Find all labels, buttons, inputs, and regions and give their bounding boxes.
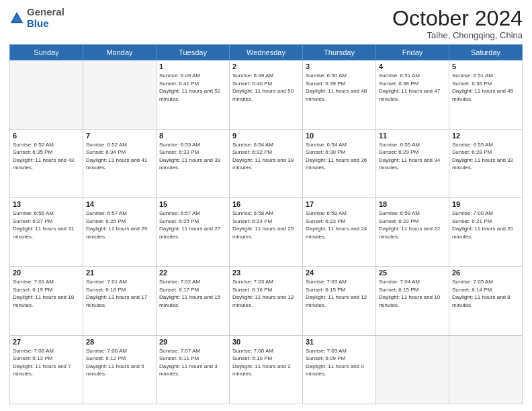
calendar-table: SundayMondayTuesdayWednesdayThursdayFrid… <box>9 44 523 404</box>
day-info: Sunrise: 6:54 AM Sunset: 6:30 PM Dayligh… <box>306 141 373 172</box>
day-cell: 29Sunrise: 7:07 AM Sunset: 6:11 PM Dayli… <box>157 335 230 404</box>
day-info: Sunrise: 7:03 AM Sunset: 6:16 PM Dayligh… <box>232 278 300 309</box>
day-info: Sunrise: 6:56 AM Sunset: 6:27 PM Dayligh… <box>13 210 80 240</box>
day-number: 5 <box>452 62 519 71</box>
day-number: 28 <box>86 338 153 346</box>
day-info: Sunrise: 6:55 AM Sunset: 6:28 PM Dayligh… <box>452 141 519 172</box>
day-info: Sunrise: 7:06 AM Sunset: 6:13 PM Dayligh… <box>13 347 80 378</box>
day-number: 2 <box>232 62 300 71</box>
day-cell: 17Sunrise: 6:59 AM Sunset: 6:23 PM Dayli… <box>303 197 376 266</box>
day-number: 20 <box>13 269 80 277</box>
day-number: 9 <box>232 132 300 140</box>
day-number: 21 <box>86 269 153 277</box>
day-number: 3 <box>306 62 373 71</box>
week-row-2: 6Sunrise: 6:52 AM Sunset: 6:35 PM Daylig… <box>10 129 523 197</box>
day-cell: 2Sunrise: 6:49 AM Sunset: 6:40 PM Daylig… <box>230 60 303 129</box>
day-info: Sunrise: 6:54 AM Sunset: 6:32 PM Dayligh… <box>232 141 300 172</box>
day-number: 10 <box>306 132 373 140</box>
day-info: Sunrise: 7:01 AM Sunset: 6:19 PM Dayligh… <box>13 278 80 309</box>
day-cell: 16Sunrise: 6:58 AM Sunset: 6:24 PM Dayli… <box>230 197 303 266</box>
day-number: 12 <box>452 132 519 140</box>
day-info: Sunrise: 7:00 AM Sunset: 6:21 PM Dayligh… <box>452 210 519 240</box>
title-block: October 2024 Taihe, Chongqing, China <box>392 7 523 40</box>
weekday-header-tuesday: Tuesday <box>157 45 230 60</box>
day-number: 24 <box>306 269 373 277</box>
day-cell: 11Sunrise: 6:55 AM Sunset: 6:29 PM Dayli… <box>376 129 449 197</box>
weekday-header-saturday: Saturday <box>449 45 523 60</box>
day-cell: 5Sunrise: 6:51 AM Sunset: 6:36 PM Daylig… <box>449 60 523 129</box>
weekday-header-monday: Monday <box>83 45 157 60</box>
day-number: 31 <box>306 338 373 346</box>
month-title: October 2024 <box>392 7 523 30</box>
day-info: Sunrise: 6:59 AM Sunset: 6:22 PM Dayligh… <box>379 210 446 240</box>
week-row-1: 1Sunrise: 6:49 AM Sunset: 6:41 PM Daylig… <box>10 60 523 129</box>
logo-icon <box>9 11 24 26</box>
day-number: 30 <box>232 338 300 346</box>
day-info: Sunrise: 6:55 AM Sunset: 6:29 PM Dayligh… <box>379 141 446 172</box>
day-info: Sunrise: 7:02 AM Sunset: 6:17 PM Dayligh… <box>159 278 226 309</box>
day-cell: 4Sunrise: 6:51 AM Sunset: 6:38 PM Daylig… <box>376 60 449 129</box>
day-number: 17 <box>306 200 373 208</box>
logo: General Blue <box>9 7 64 29</box>
day-cell <box>10 60 83 129</box>
day-number: 18 <box>379 200 446 208</box>
day-cell: 27Sunrise: 7:06 AM Sunset: 6:13 PM Dayli… <box>10 335 83 404</box>
day-cell: 19Sunrise: 7:00 AM Sunset: 6:21 PM Dayli… <box>449 197 523 266</box>
day-cell: 10Sunrise: 6:54 AM Sunset: 6:30 PM Dayli… <box>303 129 376 197</box>
day-number: 16 <box>232 200 300 208</box>
day-cell: 23Sunrise: 7:03 AM Sunset: 6:16 PM Dayli… <box>230 267 303 335</box>
day-info: Sunrise: 6:52 AM Sunset: 6:34 PM Dayligh… <box>86 141 153 172</box>
day-number: 23 <box>232 269 300 277</box>
day-number: 25 <box>379 269 446 277</box>
day-cell: 15Sunrise: 6:57 AM Sunset: 6:25 PM Dayli… <box>157 197 230 266</box>
day-number: 22 <box>159 269 226 277</box>
day-cell <box>449 335 523 404</box>
day-number: 6 <box>13 132 80 140</box>
day-cell: 18Sunrise: 6:59 AM Sunset: 6:22 PM Dayli… <box>376 197 449 266</box>
day-cell: 30Sunrise: 7:08 AM Sunset: 6:10 PM Dayli… <box>230 335 303 404</box>
day-number: 13 <box>13 200 80 208</box>
day-number: 26 <box>452 269 519 277</box>
logo-text: General Blue <box>27 7 64 29</box>
day-info: Sunrise: 7:03 AM Sunset: 6:15 PM Dayligh… <box>306 278 373 309</box>
day-number: 14 <box>86 200 153 208</box>
day-info: Sunrise: 6:57 AM Sunset: 6:25 PM Dayligh… <box>159 210 226 240</box>
day-info: Sunrise: 7:07 AM Sunset: 6:11 PM Dayligh… <box>159 347 226 378</box>
week-row-4: 20Sunrise: 7:01 AM Sunset: 6:19 PM Dayli… <box>10 267 523 335</box>
day-number: 7 <box>86 132 153 140</box>
day-info: Sunrise: 7:06 AM Sunset: 6:12 PM Dayligh… <box>86 347 153 378</box>
week-row-3: 13Sunrise: 6:56 AM Sunset: 6:27 PM Dayli… <box>10 197 523 266</box>
day-number: 4 <box>379 62 446 71</box>
day-info: Sunrise: 6:52 AM Sunset: 6:35 PM Dayligh… <box>13 141 80 172</box>
day-number: 19 <box>452 200 519 208</box>
day-number: 27 <box>13 338 80 346</box>
day-cell: 20Sunrise: 7:01 AM Sunset: 6:19 PM Dayli… <box>10 267 83 335</box>
day-cell: 31Sunrise: 7:09 AM Sunset: 6:09 PM Dayli… <box>303 335 376 404</box>
day-number: 11 <box>379 132 446 140</box>
weekday-header-thursday: Thursday <box>303 45 376 60</box>
day-info: Sunrise: 6:59 AM Sunset: 6:23 PM Dayligh… <box>306 210 373 240</box>
day-cell: 14Sunrise: 6:57 AM Sunset: 6:26 PM Dayli… <box>83 197 157 266</box>
page: General Blue October 2024 Taihe, Chongqi… <box>0 0 532 411</box>
weekday-header-friday: Friday <box>376 45 449 60</box>
day-cell: 9Sunrise: 6:54 AM Sunset: 6:32 PM Daylig… <box>230 129 303 197</box>
day-cell: 21Sunrise: 7:01 AM Sunset: 6:18 PM Dayli… <box>83 267 157 335</box>
day-info: Sunrise: 7:09 AM Sunset: 6:09 PM Dayligh… <box>306 347 373 378</box>
day-cell: 3Sunrise: 6:50 AM Sunset: 6:39 PM Daylig… <box>303 60 376 129</box>
day-cell: 26Sunrise: 7:05 AM Sunset: 6:14 PM Dayli… <box>449 267 523 335</box>
day-number: 29 <box>159 338 226 346</box>
day-info: Sunrise: 6:57 AM Sunset: 6:26 PM Dayligh… <box>86 210 153 240</box>
day-info: Sunrise: 7:08 AM Sunset: 6:10 PM Dayligh… <box>232 347 300 378</box>
day-cell: 8Sunrise: 6:53 AM Sunset: 6:33 PM Daylig… <box>157 129 230 197</box>
day-cell: 28Sunrise: 7:06 AM Sunset: 6:12 PM Dayli… <box>83 335 157 404</box>
logo-general-text: General <box>27 6 64 17</box>
day-info: Sunrise: 6:51 AM Sunset: 6:36 PM Dayligh… <box>452 72 519 103</box>
day-cell: 22Sunrise: 7:02 AM Sunset: 6:17 PM Dayli… <box>157 267 230 335</box>
day-cell <box>376 335 449 404</box>
day-info: Sunrise: 7:05 AM Sunset: 6:14 PM Dayligh… <box>452 278 519 309</box>
day-info: Sunrise: 6:58 AM Sunset: 6:24 PM Dayligh… <box>232 210 300 240</box>
day-cell: 12Sunrise: 6:55 AM Sunset: 6:28 PM Dayli… <box>449 129 523 197</box>
day-cell: 6Sunrise: 6:52 AM Sunset: 6:35 PM Daylig… <box>10 129 83 197</box>
day-number: 15 <box>159 200 226 208</box>
day-cell <box>83 60 157 129</box>
